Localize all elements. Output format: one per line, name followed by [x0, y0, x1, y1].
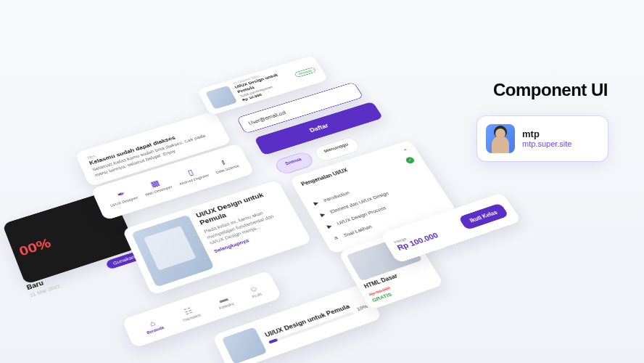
category-android[interactable]: ▯Android Engineer [174, 164, 210, 186]
nav-profile[interactable]: ☺Profil [247, 283, 262, 298]
author-name: mtp [522, 129, 571, 140]
heading-area: Component UI [493, 80, 608, 100]
play-icon: ▶ [311, 199, 321, 206]
nav-classes[interactable]: ▬Kelasku [214, 293, 234, 310]
bars-icon: ⫾ [220, 158, 228, 166]
pen-icon: ✒ [115, 189, 126, 200]
category-data[interactable]: ⫾Data Science [210, 155, 239, 175]
avatar [486, 124, 515, 153]
promo-percent: 00% [17, 213, 121, 259]
email-value: User@email.col [247, 110, 286, 126]
play-icon: ▶ [325, 222, 334, 229]
receipt-thumbnail [205, 86, 237, 110]
author-info: mtp mtp.super.site [522, 129, 571, 150]
progress-title: UI/UX Design untuk Pemula [263, 298, 366, 338]
check-icon: ✓ [405, 156, 416, 164]
phone-icon: ▯ [186, 168, 195, 177]
list-icon: ≡ [331, 234, 341, 242]
progress-thumbnail [222, 327, 268, 363]
promo-footer: Baru 31 Mar 2021 Gunakan [25, 248, 143, 298]
category-web[interactable]: ▦Web Developer [140, 176, 173, 197]
play-icon: ▶ [318, 211, 327, 218]
nav-home[interactable]: ⌂Beranda [142, 317, 165, 335]
nav-transactions[interactable]: ☷Transaksi [178, 303, 202, 322]
chevron-up-icon: ⌃ [402, 148, 410, 154]
component-showcase: 00% Baru 31 Mar 2021 Gunakan Tips Kelasm… [0, 49, 439, 363]
home-icon: ⌂ [148, 318, 157, 327]
author-card[interactable]: mtp mtp.super.site [477, 116, 608, 161]
enroll-button[interactable]: Ikuti Kelas [458, 203, 508, 230]
author-link[interactable]: mtp.super.site [522, 139, 571, 149]
category-uiux[interactable]: ✒UI/UX Designer [105, 187, 139, 208]
receipt-status: Berhasil [294, 67, 316, 78]
page-title: Component UI [493, 80, 608, 100]
grid-icon: ▦ [149, 179, 161, 189]
